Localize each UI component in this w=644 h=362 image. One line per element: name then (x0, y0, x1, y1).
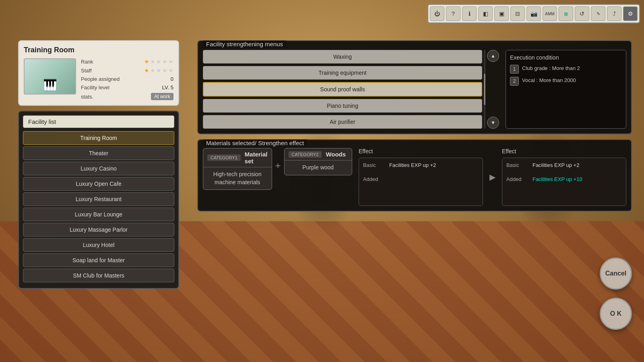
star2: ★ (150, 58, 155, 65)
scrollbar-thumb (484, 74, 485, 105)
effect-left-added-row: Added (363, 176, 479, 182)
effect-left-basic-value: Facilities EXP up +2 (389, 162, 436, 168)
effect-right-basic-value: Facilities EXP up +2 (533, 162, 579, 168)
stats-row: stats. At work (81, 93, 173, 100)
staff-star3: ★ (156, 67, 161, 74)
category2-card: CATEGORY2 Woods Purple wood (284, 148, 352, 175)
effect-right-basic-type: Basic (506, 162, 528, 168)
facility-btn-training-room[interactable]: Training Room (23, 131, 174, 145)
category1-header: CATEGORY1 Material set (203, 148, 272, 167)
effect-right-label: Effect (502, 148, 626, 154)
materials-section: Materials selected/ Strengthen effect CA… (197, 139, 632, 212)
refresh-icon[interactable]: ↺ (575, 6, 589, 21)
toolbar: ⏻ ? ℹ ◧ ▣ ⊟ 📷 AMM ▦ ↺ ✎ ⤴ ⚙ (427, 4, 640, 23)
effect-left-basic-row: Basic Facilities EXP up +2 (363, 162, 479, 168)
effect-left-box: Basic Facilities EXP up +2 Added (359, 158, 483, 206)
category1-name: Material set (245, 151, 268, 165)
star5: ★ (168, 58, 173, 65)
scroll-up-button[interactable]: ▲ (487, 50, 499, 62)
facility-btn-luxury-massage-parlor[interactable]: Luxury Massage Parlor (23, 223, 174, 237)
menu-item-training-equipment[interactable]: Training equipment (203, 66, 482, 80)
staff-label: Staff (81, 68, 121, 74)
star1: ★ (144, 58, 149, 65)
effect-left-block: Effect Basic Facilities EXP up +2 Added (359, 148, 483, 206)
scroll-down-button[interactable]: ▼ (487, 117, 499, 129)
category2-value: Purple wood (285, 160, 352, 175)
menu-item-sound-proof[interactable]: Sound proof walls (203, 82, 482, 97)
category2-block: CATEGORY2 Woods Purple wood (284, 148, 352, 179)
stats-label: stats. (81, 94, 121, 100)
category1-value: High-tech precision machine materials (203, 167, 272, 189)
effect-left-basic-type: Basic (363, 162, 385, 168)
edit-icon[interactable]: ✎ (591, 6, 605, 21)
staff-star1: ★ (144, 67, 149, 74)
exec-num-1: 1 (510, 65, 519, 74)
facility-btn-theater[interactable]: Theater (23, 146, 174, 160)
staff-star4: ★ (162, 67, 167, 74)
layout1-icon[interactable]: ◧ (478, 6, 493, 21)
exec-num-2: 2 (510, 77, 519, 86)
effect-right-basic-row: Basic Facilities EXP up +2 (506, 162, 622, 168)
menu-list: Waxing Training equipment Sound proof wa… (203, 50, 482, 129)
exec-item-2: 2 Vocal : More than 2000 (510, 77, 622, 86)
staff-star2: ★ (150, 67, 155, 74)
category2-header: CATEGORY2 Woods (285, 148, 352, 160)
effect-right-block: Effect Basic Facilities EXP up +2 Added … (502, 148, 626, 206)
facility-btn-luxury-bar-lounge[interactable]: Luxury Bar Lounge (23, 208, 174, 221)
staff-row: Staff ★ ★ ★ ★ ★ (81, 67, 173, 74)
ok-button[interactable]: O K (600, 298, 632, 330)
help-icon[interactable]: ? (446, 6, 460, 21)
info-icon[interactable]: ℹ (462, 6, 477, 21)
people-value: 0 (171, 76, 173, 82)
exec-title: Execution condition (510, 54, 622, 61)
layout3-icon[interactable]: ⊟ (510, 6, 525, 21)
category2-name: Woods (326, 151, 346, 158)
graph-icon[interactable]: ▦ (559, 6, 573, 21)
strengthen-content: Waxing Training equipment Sound proof wa… (203, 50, 626, 129)
effect-right-added-row: Added Facilities EXP up +10 (506, 176, 622, 182)
facility-btn-luxury-open-cafe[interactable]: Luxury Open Cafe (23, 177, 174, 191)
effect-left-label: Effect (359, 148, 483, 154)
power-icon[interactable]: ⏻ (430, 6, 444, 21)
exec-text-1: Club grade : More than 2 (522, 65, 580, 72)
facility-btn-soap-land[interactable]: Soap land for Master (23, 253, 174, 267)
share-icon[interactable]: ⤴ (607, 6, 621, 21)
amm-icon[interactable]: AMM (543, 6, 557, 21)
staff-star5: ★ (168, 67, 173, 74)
camera-icon[interactable]: 📷 (526, 6, 541, 21)
category1-label: CATEGORY1 (207, 154, 241, 161)
materials-content: CATEGORY1 Material set High-tech precisi… (203, 148, 626, 206)
effect-right-added-type: Added (506, 176, 528, 182)
star3: ★ (156, 58, 161, 65)
room-title: Training Room (24, 46, 173, 54)
effect-right-box: Basic Facilities EXP up +2 Added Facilit… (502, 158, 626, 206)
main-panel: Facility strengthening menus Waxing Trai… (197, 40, 632, 212)
facility-btn-luxury-restaurant[interactable]: Luxury Restaurant (23, 192, 174, 206)
menu-item-air-purifier[interactable]: Air purifier (203, 115, 482, 129)
room-card: Training Room Rank ★ ★ ★ ★ ★ Staff (18, 40, 179, 106)
facility-list-title: Facility list (23, 115, 174, 128)
facility-btn-luxury-casino[interactable]: Luxury Casino (23, 162, 174, 175)
plus-sign: + (275, 148, 281, 171)
facility-btn-luxury-hotel[interactable]: Luxury Hotel (23, 238, 174, 252)
settings-icon[interactable]: ⚙ (623, 6, 638, 21)
people-row: People assigned 0 (81, 76, 173, 82)
arrow-right: ▶ (489, 148, 495, 182)
cancel-button[interactable]: Cancel (600, 257, 632, 290)
scroll-controls: ▲ ▼ (485, 50, 501, 129)
level-row: Facility level LV. 5 (81, 84, 173, 90)
menu-item-piano-tuning[interactable]: Piano tuning (203, 99, 482, 113)
menu-item-waxing[interactable]: Waxing (203, 50, 482, 64)
exec-text-2: Vocal : More than 2000 (522, 77, 576, 84)
materials-title: Materials selected/ Strengthen effect (203, 140, 307, 146)
category1-block: CATEGORY1 Material set High-tech precisi… (203, 148, 272, 194)
strengthen-section: Facility strengthening menus Waxing Trai… (197, 40, 632, 134)
category2-label: CATEGORY2 (289, 151, 322, 158)
level-value: LV. 5 (162, 84, 173, 90)
left-panel: Training Room Rank ★ ★ ★ ★ ★ Staff (18, 40, 179, 289)
rank-stars: ★ ★ ★ ★ ★ (144, 58, 173, 65)
layout2-icon[interactable]: ▣ (494, 6, 509, 21)
effect-right-added-value: Facilities EXP up +10 (533, 176, 582, 182)
action-buttons: Cancel O K (600, 257, 632, 330)
facility-btn-sm-club[interactable]: SM Club for Masters (23, 269, 174, 282)
